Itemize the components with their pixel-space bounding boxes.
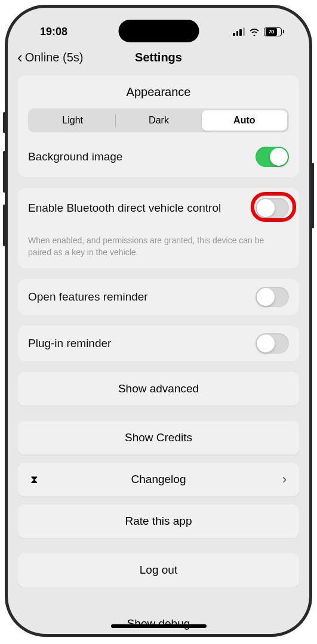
back-button[interactable]: ‹ Online (5s) xyxy=(17,49,83,65)
theme-segmented-control[interactable]: Light Dark Auto xyxy=(28,109,289,132)
show-advanced-button[interactable]: Show advanced xyxy=(17,371,300,406)
changelog-button[interactable]: ⧗ Changelog › xyxy=(17,462,300,497)
theme-dark-segment[interactable]: Dark xyxy=(116,110,201,131)
bluetooth-label: Enable Bluetooth direct vehicle control xyxy=(28,202,221,215)
open-features-toggle[interactable] xyxy=(256,287,289,307)
bluetooth-toggle[interactable] xyxy=(256,198,289,218)
plugin-toggle[interactable] xyxy=(256,333,289,354)
show-credits-button[interactable]: Show Credits xyxy=(17,420,300,455)
chevron-right-icon: › xyxy=(282,472,287,487)
hourglass-icon: ⧗ xyxy=(30,473,38,486)
plugin-card: Plug-in reminder xyxy=(17,325,300,362)
cellular-signal-icon xyxy=(233,27,245,36)
show-debug-label[interactable]: Show debug xyxy=(127,617,190,630)
wifi-icon xyxy=(249,27,260,36)
plugin-label: Plug-in reminder xyxy=(28,337,111,350)
page-title: Settings xyxy=(135,51,182,64)
battery-icon: 70 xyxy=(264,27,284,36)
bluetooth-card: Enable Bluetooth direct vehicle control … xyxy=(17,187,300,269)
appearance-card: Appearance Light Dark Auto Background im… xyxy=(17,75,300,178)
appearance-title: Appearance xyxy=(28,85,289,99)
open-features-label: Open features reminder xyxy=(28,290,148,304)
back-label: Online (5s) xyxy=(25,51,84,64)
bg-image-toggle[interactable] xyxy=(256,147,289,167)
chevron-left-icon: ‹ xyxy=(17,49,23,65)
rate-app-button[interactable]: Rate this app xyxy=(17,504,300,538)
status-time: 19:08 xyxy=(40,26,67,38)
open-features-card: Open features reminder xyxy=(17,278,300,315)
bluetooth-help-text: When enabled, and permissions are grante… xyxy=(28,235,289,258)
theme-auto-segment[interactable]: Auto xyxy=(202,110,287,131)
logout-button[interactable]: Log out xyxy=(17,553,300,587)
dynamic-island xyxy=(118,20,199,42)
bg-image-label: Background image xyxy=(28,150,122,163)
theme-light-segment[interactable]: Light xyxy=(30,110,115,131)
home-indicator[interactable] xyxy=(111,624,207,628)
